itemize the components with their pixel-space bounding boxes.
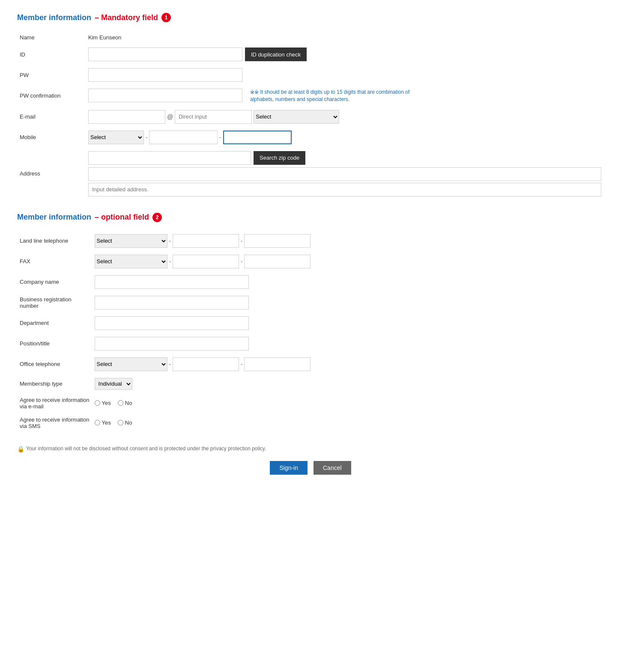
section2-badge: 2: [152, 213, 162, 222]
id-label: ID: [17, 44, 86, 65]
agree-email-yes-radio[interactable]: [95, 400, 100, 406]
section1-title: Member information – Mandatory field 1: [17, 13, 604, 22]
privacy-notice: 🔒 Your information will not be disclosed…: [17, 446, 604, 452]
department-field-cell: [92, 313, 604, 333]
membership-field-cell: Individual Corporate: [92, 375, 604, 393]
address-label: Address: [17, 148, 86, 200]
agree-sms-row: Agree to receive information via SMS Yes…: [17, 413, 604, 433]
address-street-input[interactable]: [88, 167, 601, 181]
company-input[interactable]: [95, 275, 249, 289]
office-phone-input-row: Select 02 031 - -: [95, 357, 601, 371]
agree-sms-label-cell: Agree to receive information via SMS: [17, 413, 92, 433]
name-value: Kim Eunseon: [86, 31, 604, 44]
address-row: Address Search zip code: [17, 148, 604, 200]
fax-field-cell: Select 02 031 - -: [92, 251, 604, 272]
agree-email-field-cell: Yes No: [92, 393, 604, 413]
landline-dash1: -: [169, 238, 171, 244]
address-zip-row: Search zip code: [88, 151, 601, 165]
section2-title-blue: Member information: [17, 213, 91, 222]
mobile-last-input[interactable]: [223, 131, 292, 144]
pw-hint: ※※ It should be at least 8 digits up to …: [250, 89, 430, 103]
membership-select[interactable]: Individual Corporate: [95, 378, 132, 390]
company-label: Company name: [17, 272, 92, 292]
department-row: Department: [17, 313, 604, 333]
agree-email-no-text: No: [125, 400, 132, 406]
business-reg-field-cell: [92, 292, 604, 313]
pw-input[interactable]: [88, 68, 242, 82]
fax-label: FAX: [17, 251, 92, 272]
mobile-dash2: -: [219, 134, 221, 140]
address-field-cell: Search zip code: [86, 148, 604, 200]
name-label: Name: [17, 31, 86, 44]
mobile-dash1: -: [146, 134, 147, 140]
mobile-mid-input[interactable]: [149, 131, 218, 144]
landline-field-cell: Select 02 031 032 051 - -: [92, 231, 604, 251]
office-phone-area-select[interactable]: Select 02 031: [95, 357, 167, 371]
mobile-label: Mobile: [17, 127, 86, 148]
fax-input-row: Select 02 031 - -: [95, 255, 601, 268]
fax-area-select[interactable]: Select 02 031: [95, 255, 167, 268]
pw-confirm-row: PW confirmation ※※ It should be at least…: [17, 85, 604, 107]
agree-email-yes-label[interactable]: Yes: [95, 400, 111, 406]
address-zip-input[interactable]: [88, 151, 251, 165]
office-phone-last-input[interactable]: [244, 357, 310, 371]
position-row: Position/title: [17, 333, 604, 354]
office-phone-row: Office telephone Select 02 031 - -: [17, 354, 604, 375]
id-input[interactable]: [88, 48, 242, 61]
email-domain-input[interactable]: [175, 110, 252, 124]
department-input[interactable]: [95, 316, 249, 330]
agree-sms-yes-label[interactable]: Yes: [95, 419, 111, 426]
agree-email-label-cell: Agree to receive information via e-mail: [17, 393, 92, 413]
company-field-cell: [92, 272, 604, 292]
section1-title-blue: Member information: [17, 13, 91, 22]
email-input-row: @ Select gmail.com yahoo.com hotmail.com…: [88, 110, 601, 124]
pw-confirm-field-cell: ※※ It should be at least 8 digits up to …: [86, 85, 604, 107]
id-field-cell: ID duplication check: [86, 44, 604, 65]
landline-label: Land line telephone: [17, 231, 92, 251]
agree-sms-field-cell: Yes No: [92, 413, 604, 433]
mobile-area-select[interactable]: Select 010 011 016 017 019: [88, 131, 144, 144]
mobile-field-cell: Select 010 011 016 017 019 - -: [86, 127, 604, 148]
cancel-button[interactable]: Cancel: [313, 461, 351, 475]
office-phone-mid-input[interactable]: [173, 357, 239, 371]
agree-email-yes-text: Yes: [102, 400, 111, 406]
fax-mid-input[interactable]: [173, 255, 239, 268]
fax-last-input[interactable]: [244, 255, 310, 268]
agree-sms-no-label[interactable]: No: [118, 419, 132, 426]
section2-title: Member information – optional field 2: [17, 213, 604, 222]
section2-title-dash-red: – optional field: [95, 213, 149, 222]
email-local-input[interactable]: [88, 110, 165, 124]
id-row: ID ID duplication check: [17, 44, 604, 65]
landline-area-select[interactable]: Select 02 031 032 051: [95, 234, 167, 248]
landline-dash2: -: [241, 238, 242, 244]
pw-field-cell: [86, 65, 604, 85]
signin-button[interactable]: Sign-in: [270, 461, 308, 475]
section1-badge: 1: [161, 13, 171, 22]
position-label: Position/title: [17, 333, 92, 354]
address-detail-input[interactable]: [88, 183, 601, 196]
pw-confirm-label: PW confirmation: [17, 85, 86, 107]
email-domain-select[interactable]: Select gmail.com yahoo.com hotmail.com n…: [254, 110, 339, 124]
office-phone-dash1: -: [169, 361, 171, 367]
office-phone-field-cell: Select 02 031 - -: [92, 354, 604, 375]
position-input[interactable]: [95, 337, 249, 351]
office-phone-label: Office telephone: [17, 354, 92, 375]
section1-title-dash-red: – Mandatory field: [95, 13, 158, 22]
department-label: Department: [17, 313, 92, 333]
agree-sms-radio-group: Yes No: [95, 419, 601, 426]
business-reg-input[interactable]: [95, 296, 249, 309]
business-reg-row: Business registration number: [17, 292, 604, 313]
landline-mid-input[interactable]: [173, 234, 239, 248]
agree-email-no-label[interactable]: No: [118, 400, 132, 406]
agree-sms-no-text: No: [125, 419, 132, 426]
address-search-button[interactable]: Search zip code: [254, 151, 305, 165]
agree-sms-yes-radio[interactable]: [95, 420, 100, 425]
pw-confirm-input[interactable]: [88, 89, 242, 102]
agree-email-no-radio[interactable]: [118, 400, 123, 406]
fax-dash2: -: [241, 258, 242, 265]
id-check-button[interactable]: ID duplication check: [245, 48, 307, 61]
agree-sms-yes-text: Yes: [102, 419, 111, 426]
landline-last-input[interactable]: [244, 234, 310, 248]
name-row: Name Kim Eunseon: [17, 31, 604, 44]
agree-sms-no-radio[interactable]: [118, 420, 123, 425]
